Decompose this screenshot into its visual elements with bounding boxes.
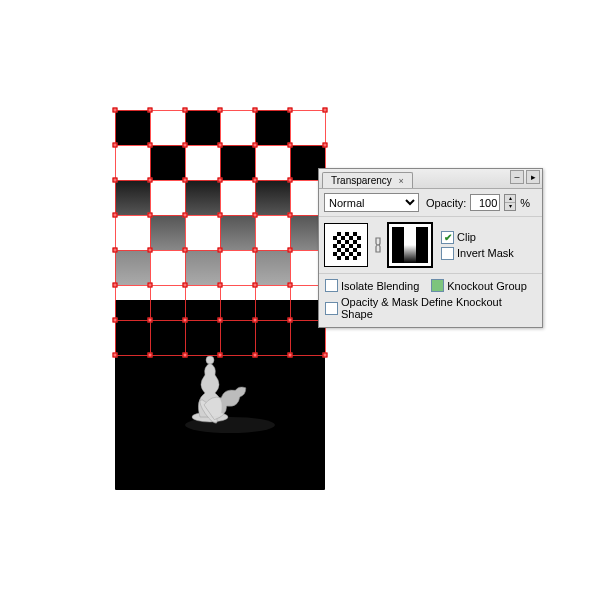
- selection-anchor[interactable]: [288, 318, 293, 323]
- selection-anchor[interactable]: [253, 213, 258, 218]
- selection-anchor[interactable]: [148, 213, 153, 218]
- selection-anchor[interactable]: [113, 178, 118, 183]
- selection-anchor[interactable]: [288, 108, 293, 113]
- panel-tab-bar: Transparency × – ▸: [319, 169, 542, 189]
- checkbox-icon: ✔: [441, 231, 454, 244]
- selection-anchor[interactable]: [253, 283, 258, 288]
- selection-anchor[interactable]: [218, 248, 223, 253]
- invert-mask-checkbox[interactable]: Invert Mask: [441, 247, 514, 260]
- tab-transparency[interactable]: Transparency ×: [322, 172, 413, 188]
- selection-anchor[interactable]: [113, 108, 118, 113]
- knockout-label: Knockout Group: [447, 280, 527, 292]
- opacity-label: Opacity:: [426, 197, 466, 209]
- transparency-panel: Transparency × – ▸ Normal Opacity: ▴▾ % …: [318, 168, 543, 328]
- selection-anchor[interactable]: [253, 248, 258, 253]
- lower-options: Isolate Blending Knockout Group Opacity …: [319, 274, 542, 327]
- selection-anchor[interactable]: [218, 213, 223, 218]
- selection-anchor[interactable]: [113, 248, 118, 253]
- mask-preview: [392, 227, 428, 263]
- selection-anchor[interactable]: [148, 318, 153, 323]
- selection-anchor[interactable]: [323, 143, 328, 148]
- selection-anchor[interactable]: [148, 248, 153, 253]
- selection-anchor[interactable]: [288, 283, 293, 288]
- selection-anchor[interactable]: [113, 353, 118, 358]
- selection-anchor[interactable]: [183, 248, 188, 253]
- selection-anchor[interactable]: [148, 178, 153, 183]
- selection-anchor[interactable]: [288, 248, 293, 253]
- selection-anchor[interactable]: [253, 318, 258, 323]
- selection-anchor[interactable]: [253, 143, 258, 148]
- tab-label: Transparency: [331, 175, 392, 186]
- clip-checkbox[interactable]: ✔ Clip: [441, 231, 514, 244]
- selection-anchor[interactable]: [253, 178, 258, 183]
- selection-anchor[interactable]: [148, 353, 153, 358]
- selection-anchor[interactable]: [218, 178, 223, 183]
- checkbox-icon: [441, 247, 454, 260]
- selection-anchor[interactable]: [323, 353, 328, 358]
- selection-anchor[interactable]: [218, 353, 223, 358]
- checkbox-icon: [325, 279, 338, 292]
- selection-anchor[interactable]: [113, 283, 118, 288]
- selection-anchor[interactable]: [218, 318, 223, 323]
- opacity-mask-label: Opacity & Mask Define Knockout Shape: [341, 296, 536, 320]
- selection-anchor[interactable]: [323, 108, 328, 113]
- selection-anchor[interactable]: [183, 143, 188, 148]
- chevron-down-icon[interactable]: ▾: [505, 203, 515, 210]
- selection-anchor[interactable]: [183, 318, 188, 323]
- mask-thumbnail[interactable]: [388, 223, 432, 267]
- selection-anchor[interactable]: [218, 283, 223, 288]
- selection-grid[interactable]: dummy: [115, 110, 325, 355]
- knockout-group-checkbox[interactable]: Knockout Group: [431, 279, 527, 292]
- isolate-blending-checkbox[interactable]: Isolate Blending: [325, 279, 419, 292]
- selection-anchor[interactable]: [253, 108, 258, 113]
- blend-mode-select[interactable]: Normal: [324, 193, 419, 212]
- close-icon[interactable]: ×: [399, 176, 404, 186]
- selection-anchor[interactable]: [113, 318, 118, 323]
- panel-menu-button[interactable]: ▸: [526, 170, 540, 184]
- opacity-stepper[interactable]: ▴▾: [504, 194, 516, 211]
- isolate-label: Isolate Blending: [341, 280, 419, 292]
- opacity-input[interactable]: [470, 194, 500, 211]
- percent-label: %: [520, 197, 530, 209]
- selection-anchor[interactable]: [288, 143, 293, 148]
- selection-anchor[interactable]: [183, 353, 188, 358]
- opacity-mask-knockout-checkbox[interactable]: Opacity & Mask Define Knockout Shape: [325, 296, 536, 320]
- thumbnails-row: ✔ Clip Invert Mask: [319, 217, 542, 274]
- selection-anchor[interactable]: [218, 143, 223, 148]
- link-icon[interactable]: [373, 236, 383, 254]
- checker-icon: [333, 232, 361, 260]
- selection-anchor[interactable]: [148, 283, 153, 288]
- selection-anchor[interactable]: [183, 108, 188, 113]
- selection-anchor[interactable]: [253, 353, 258, 358]
- selection-anchor[interactable]: [148, 143, 153, 148]
- artwork-thumbnail[interactable]: [324, 223, 368, 267]
- canvas-area: dummy: [115, 110, 335, 490]
- selection-anchor[interactable]: [148, 108, 153, 113]
- selection-anchor[interactable]: [288, 178, 293, 183]
- selection-anchor[interactable]: [183, 178, 188, 183]
- checkbox-icon: [325, 302, 338, 315]
- selection-anchor[interactable]: [113, 143, 118, 148]
- invert-label: Invert Mask: [457, 247, 514, 259]
- chevron-up-icon[interactable]: ▴: [505, 195, 515, 203]
- selection-anchor[interactable]: [288, 213, 293, 218]
- selection-anchor[interactable]: [113, 213, 118, 218]
- checkbox-icon: [431, 279, 444, 292]
- selection-anchor[interactable]: [183, 283, 188, 288]
- selection-anchor[interactable]: [183, 213, 188, 218]
- clip-label: Clip: [457, 231, 476, 243]
- panel-minimize-button[interactable]: –: [510, 170, 524, 184]
- blend-opacity-row: Normal Opacity: ▴▾ %: [319, 189, 542, 217]
- selection-anchor[interactable]: [288, 353, 293, 358]
- selection-anchor[interactable]: [218, 108, 223, 113]
